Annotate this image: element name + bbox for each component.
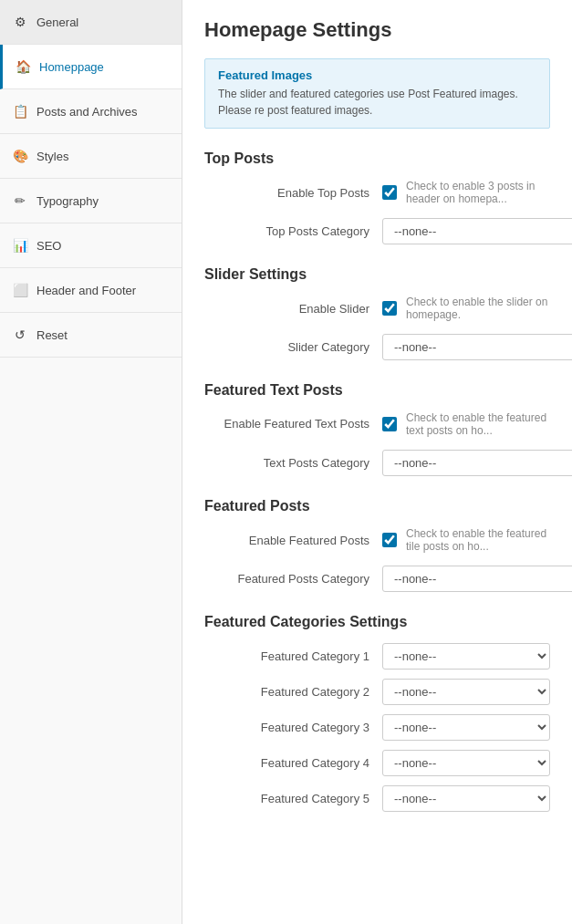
slider-settings-title: Slider Settings [204,266,550,283]
featured-category-5-label: Featured Category 5 [204,792,382,805]
featured-category-5-select[interactable]: --none-- [382,785,550,812]
featured-text-posts-title: Featured Text Posts [204,382,550,399]
sidebar-item-label: Styles [36,150,68,163]
page-title: Homepage Settings [204,18,550,42]
home-icon: 🏠 [14,57,32,76]
info-title: Featured Images [218,68,536,82]
enable-top-posts-control: Check to enable 3 posts in header on hom… [382,180,550,205]
enable-featured-text-label: Enable Featured Text Posts [204,416,382,432]
text-posts-category-control: --none-- [382,450,572,476]
sidebar-item-label: SEO [36,239,61,253]
enable-top-posts-label: Enable Top Posts [204,186,382,200]
top-posts-category-label: Top Posts Category [204,224,382,238]
header-footer-icon: ⬜ [11,281,29,299]
featured-images-info: Featured Images The slider and featured … [204,58,550,129]
slider-category-row: Slider Category --none-- [204,334,550,360]
enable-top-posts-hint: Check to enable 3 posts in header on hom… [406,180,550,205]
sidebar-item-seo[interactable]: 📊 SEO [0,223,182,268]
top-posts-category-row: Top Posts Category --none-- [204,218,550,244]
enable-featured-text-hint: Check to enable the featured text posts … [406,411,550,437]
info-text: The slider and featured categories use P… [218,86,536,119]
featured-category-4-label: Featured Category 4 [204,756,382,770]
featured-category-4-select[interactable]: --none-- [382,750,550,776]
sidebar-item-label: Posts and Archives [36,105,138,119]
reset-icon: ↺ [11,326,29,344]
sidebar-item-general[interactable]: ⚙ General [0,0,182,45]
sidebar-item-typography[interactable]: ✏ Typography [0,179,182,223]
enable-featured-text-control: Check to enable the featured text posts … [382,411,550,437]
featured-category-1-row: Featured Category 1 --none-- [204,643,550,670]
sidebar-item-reset[interactable]: ↺ Reset [0,313,182,358]
enable-slider-label: Enable Slider [204,302,382,316]
sidebar-item-label: Homeppage [39,60,104,74]
sidebar-item-label: Typography [36,194,99,208]
enable-top-posts-checkbox[interactable] [382,185,397,200]
featured-posts-category-select[interactable]: --none-- [382,566,572,592]
seo-icon: 📊 [11,236,29,254]
featured-category-2-label: Featured Category 2 [204,685,382,699]
slider-category-select[interactable]: --none-- [382,334,572,360]
featured-category-5-row: Featured Category 5 --none-- [204,785,550,812]
featured-category-3-label: Featured Category 3 [204,721,382,734]
featured-category-4-row: Featured Category 4 --none-- [204,750,550,776]
top-posts-category-control: --none-- [382,218,572,244]
sidebar-item-homepage[interactable]: 🏠 Homeppage [0,45,182,89]
featured-category-3-row: Featured Category 3 --none-- [204,714,550,741]
featured-posts-category-label: Featured Posts Category [204,572,382,586]
sidebar-item-styles[interactable]: 🎨 Styles [0,134,182,179]
featured-categories-title: Featured Categories Settings [204,614,550,630]
gear-icon: ⚙ [11,13,29,31]
enable-slider-control: Check to enable the slider on homepage. [382,296,550,321]
sidebar-item-header-footer[interactable]: ⬜ Header and Footer [0,268,182,313]
featured-posts-title: Featured Posts [204,498,550,514]
enable-slider-hint: Check to enable the slider on homepage. [406,296,550,321]
sidebar-item-label: Header and Footer [36,284,136,297]
enable-featured-posts-checkbox[interactable] [382,533,397,547]
typography-icon: ✏ [11,192,29,210]
featured-category-1-select[interactable]: --none-- [382,643,550,670]
sidebar-item-label: Reset [36,328,68,342]
featured-category-1-label: Featured Category 1 [204,649,382,663]
featured-category-3-select[interactable]: --none-- [382,714,550,741]
featured-posts-category-control: --none-- [382,566,572,592]
enable-featured-posts-row: Enable Featured Posts Check to enable th… [204,527,550,553]
slider-category-label: Slider Category [204,340,382,354]
enable-slider-row: Enable Slider Check to enable the slider… [204,296,550,321]
featured-category-2-row: Featured Category 2 --none-- [204,679,550,705]
styles-icon: 🎨 [11,147,29,165]
text-posts-category-row: Text Posts Category --none-- [204,450,550,476]
sidebar-item-posts-archives[interactable]: 📋 Posts and Archives [0,89,182,134]
top-posts-category-select[interactable]: --none-- [382,218,572,244]
enable-featured-text-checkbox[interactable] [382,417,397,431]
sidebar: ⚙ General 🏠 Homeppage 📋 Posts and Archiv… [0,0,182,924]
text-posts-category-select[interactable]: --none-- [382,450,572,476]
enable-featured-posts-label: Enable Featured Posts [204,534,382,547]
slider-category-control: --none-- [382,334,572,360]
featured-posts-category-row: Featured Posts Category --none-- [204,566,550,592]
featured-category-2-select[interactable]: --none-- [382,679,550,705]
enable-slider-checkbox[interactable] [382,301,397,316]
main-content: Homepage Settings Featured Images The sl… [182,0,572,924]
posts-icon: 📋 [11,102,29,120]
enable-featured-posts-hint: Check to enable the featured tile posts … [406,527,550,553]
top-posts-title: Top Posts [204,151,550,167]
text-posts-category-label: Text Posts Category [204,456,382,470]
enable-top-posts-row: Enable Top Posts Check to enable 3 posts… [204,180,550,205]
sidebar-item-label: General [36,16,78,29]
enable-featured-text-row: Enable Featured Text Posts Check to enab… [204,411,550,437]
enable-featured-posts-control: Check to enable the featured tile posts … [382,527,550,553]
